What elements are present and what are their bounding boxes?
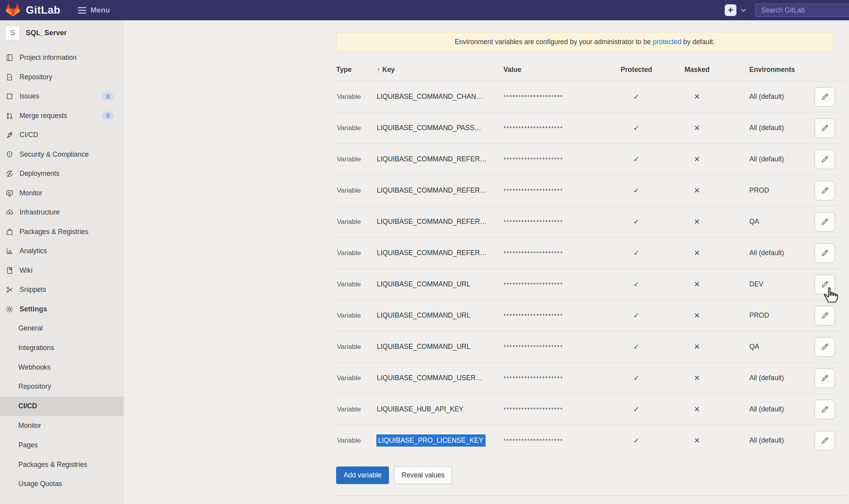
edit-variable-button[interactable] <box>815 337 835 357</box>
table-row: VariableLIQUIBASE_COMMAND_REFER…********… <box>336 238 845 269</box>
top-bar: GitLab Menu + <box>0 0 849 20</box>
protected-link[interactable]: protected <box>653 38 681 46</box>
brand-wordmark: GitLab <box>26 4 61 16</box>
tanuki-logo-icon <box>5 3 20 17</box>
issues-count-badge: 0 <box>102 93 114 100</box>
edit-variable-button[interactable] <box>815 400 835 419</box>
security-compliance-icon <box>5 150 14 159</box>
sidebar-item-label: Infrastructure <box>20 208 60 216</box>
settings-subitem-pages[interactable]: Pages <box>0 436 124 455</box>
sidebar-item-label: Wiki <box>20 266 32 275</box>
edit-variable-button[interactable] <box>815 181 835 200</box>
pencil-icon <box>820 311 829 320</box>
gitlab-home-link[interactable]: GitLab <box>5 3 61 17</box>
settings-subnav: GeneralIntegrationsWebhooksRepositoryCI/… <box>0 319 124 494</box>
sidebar-item-merge-requests[interactable]: Merge requests0 <box>0 106 124 126</box>
sidebar-item-label: Packages & Registries <box>20 228 88 236</box>
edit-variable-button[interactable] <box>815 118 835 138</box>
edit-variable-button[interactable] <box>815 368 835 388</box>
new-item-button[interactable]: + <box>725 4 736 16</box>
sidebar-item-settings[interactable]: Settings <box>0 300 124 319</box>
pencil-icon <box>820 280 829 289</box>
variable-value-masked: ******************** <box>503 93 605 100</box>
edit-variable-button[interactable] <box>815 212 835 232</box>
repository-icon <box>5 73 14 81</box>
sidebar-item-ci-cd[interactable]: CI/CD <box>0 125 124 145</box>
edit-variable-button[interactable] <box>815 87 835 107</box>
variable-key: LIQUIBASE_COMMAND_REFER… <box>377 186 503 195</box>
sidebar-item-analytics[interactable]: Analytics <box>0 241 124 261</box>
section-divider <box>336 495 845 496</box>
settings-subitem-webhooks[interactable]: Webhooks <box>0 358 124 377</box>
settings-subitem-monitor[interactable]: Monitor <box>0 416 124 436</box>
variable-key: LIQUIBASE_HUB_API_KEY <box>377 405 503 413</box>
variable-environment: DEV <box>726 280 804 288</box>
sidebar-item-monitor[interactable]: Monitor <box>0 184 124 203</box>
sidebar-item-label: Analytics <box>20 247 47 255</box>
search-input[interactable] <box>755 4 849 17</box>
sidebar-item-issues[interactable]: Issues0 <box>0 87 124 106</box>
masked-indicator: ✕ <box>668 405 726 414</box>
add-variable-button[interactable]: Add variable <box>336 466 389 484</box>
settings-subitem-repository[interactable]: Repository <box>0 377 124 397</box>
settings-subitem-packages-registries[interactable]: Packages & Registries <box>0 455 124 475</box>
ci-cd-icon <box>5 131 14 139</box>
settings-subitem-integrations[interactable]: Integrations <box>0 338 124 358</box>
variable-key: LIQUIBASE_COMMAND_CHAN… <box>377 93 503 101</box>
protected-indicator: ✓ <box>605 311 668 320</box>
edit-variable-button[interactable] <box>815 306 835 325</box>
variable-type: Variable <box>336 281 377 288</box>
sidebar-item-packages-registries[interactable]: Packages & Registries <box>0 222 124 242</box>
variable-value-masked: ******************** <box>503 125 605 132</box>
variable-value-masked: ******************** <box>503 218 605 225</box>
variable-type: Variable <box>336 187 377 195</box>
sidebar-item-project-information[interactable]: Project information <box>0 48 124 68</box>
variable-key: LIQUIBASE_COMMAND_URL <box>377 343 503 351</box>
edit-variable-button[interactable] <box>815 243 835 263</box>
column-header-value: Value <box>503 66 605 74</box>
variable-type: Variable <box>336 374 377 382</box>
settings-icon <box>5 305 14 313</box>
sidebar-item-wiki[interactable]: Wiki <box>0 261 124 281</box>
sidebar-item-label: Issues <box>20 92 39 100</box>
sidebar-item-label: Security & Compliance <box>20 150 89 159</box>
variable-type: Variable <box>336 155 377 163</box>
sidebar-item-security-compliance[interactable]: Security & Compliance <box>0 145 124 164</box>
sidebar-item-repository[interactable]: Repository <box>0 68 124 87</box>
variable-key: LIQUIBASE_COMMAND_REFER… <box>377 155 503 163</box>
sidebar-item-label: Snippets <box>20 286 46 294</box>
pencil-icon <box>820 374 829 382</box>
settings-subitem-general[interactable]: General <box>0 319 124 338</box>
edit-variable-button[interactable] <box>815 431 835 450</box>
variable-type: Variable <box>336 406 377 413</box>
monitor-icon <box>5 189 14 197</box>
settings-subitem-usage-quotas[interactable]: Usage Quotas <box>0 474 124 494</box>
menu-button[interactable]: Menu <box>78 6 110 14</box>
project-link[interactable]: S SQL_Server <box>0 20 124 45</box>
table-row: VariableLIQUIBASE_COMMAND_USER…*********… <box>336 363 845 394</box>
sidebar-item-infrastructure[interactable]: Infrastructure <box>0 203 124 222</box>
sidebar-item-snippets[interactable]: Snippets <box>0 280 124 300</box>
infrastructure-icon <box>5 208 14 217</box>
protected-indicator: ✓ <box>605 217 668 226</box>
edit-variable-button[interactable] <box>815 275 835 294</box>
chevron-down-icon[interactable] <box>740 7 747 13</box>
masked-indicator: ✕ <box>668 155 726 164</box>
packages-registries-icon <box>5 227 14 236</box>
sidebar-item-deployments[interactable]: Deployments <box>0 164 124 184</box>
protected-indicator: ✓ <box>605 436 668 445</box>
sidebar-item-label: Merge requests <box>20 112 67 120</box>
column-header-key-sort[interactable]: ↑ Key <box>377 66 503 74</box>
table-row: VariableLIQUIBASE_COMMAND_URL***********… <box>336 300 845 331</box>
settings-subitem-ci-cd[interactable]: CI/CD <box>0 397 124 416</box>
snippets-icon <box>5 286 14 294</box>
column-header-protected: Protected <box>605 66 668 74</box>
variable-environment: All (default) <box>726 124 804 132</box>
edit-variable-button[interactable] <box>815 150 835 169</box>
sidebar-item-label: Deployments <box>20 170 59 178</box>
hamburger-icon <box>78 7 86 14</box>
issues-icon <box>5 92 14 101</box>
variable-type: Variable <box>336 124 377 132</box>
pencil-icon <box>820 342 829 351</box>
reveal-values-button[interactable]: Reveal values <box>394 466 452 484</box>
